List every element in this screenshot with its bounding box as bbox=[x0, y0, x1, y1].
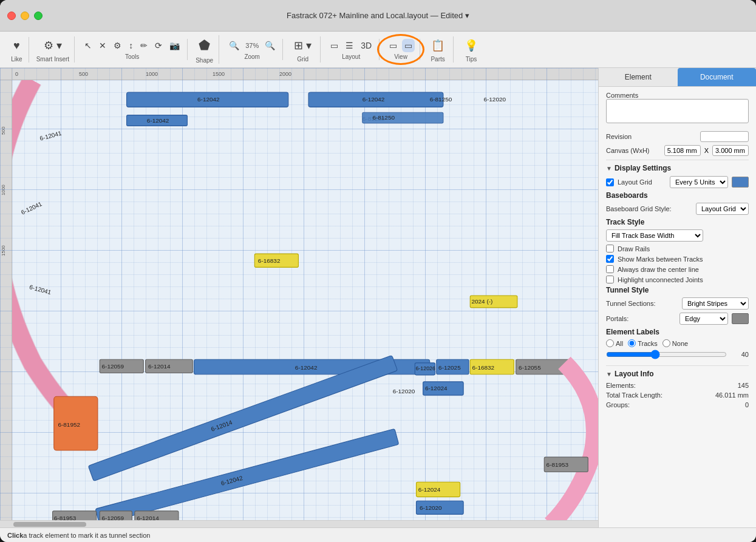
radio-tracks[interactable] bbox=[628, 339, 636, 347]
groups-row: Groups: 0 bbox=[606, 401, 749, 408]
canvas-w-input[interactable] bbox=[664, 145, 701, 156]
view-right-button[interactable]: ▭ bbox=[402, 39, 415, 52]
draw-rails-row: Draw Rails bbox=[606, 245, 749, 252]
view-label: View bbox=[394, 53, 407, 60]
layout-info-title: Layout Info bbox=[615, 370, 654, 378]
layout-3d-button[interactable]: 3D bbox=[358, 39, 374, 52]
shape-label: Shape bbox=[196, 57, 213, 64]
panel-content: Comments Revision Canvas (WxH) X bbox=[599, 87, 756, 527]
delete-tool-button[interactable]: ✕ bbox=[97, 39, 109, 52]
layout-grid-select[interactable]: Every 5 Units bbox=[670, 176, 728, 188]
scrollbar-horizontal[interactable] bbox=[0, 520, 598, 527]
select-tool-button[interactable]: ↖ bbox=[82, 39, 94, 52]
comments-textarea[interactable] bbox=[606, 99, 749, 123]
layout-h-button[interactable]: ☰ bbox=[343, 39, 356, 52]
show-marks-label: Show Marks between Tracks bbox=[618, 256, 703, 263]
font-size-value: 40 bbox=[730, 351, 749, 358]
portals-row: Portals: Edgy bbox=[606, 313, 749, 325]
shape-button[interactable]: ⬟ bbox=[195, 35, 214, 56]
tunnel-style-section-row: Tunnel Style bbox=[606, 286, 749, 294]
label-6-81250-m2: 6-81250 bbox=[372, 114, 395, 121]
display-settings-triangle[interactable]: ▼ bbox=[606, 165, 612, 172]
total-track-length-row: Total Track Length: 46.011 mm bbox=[606, 391, 749, 399]
grid-button[interactable]: ⊞ ▾ bbox=[290, 36, 315, 55]
connect-tool-button[interactable]: ⚙ bbox=[111, 39, 124, 52]
layout-rect-button[interactable]: ▭ bbox=[328, 39, 341, 52]
maximize-button[interactable] bbox=[34, 12, 43, 20]
highlight-unconnected-row: Highlight unconnected Joints bbox=[606, 276, 749, 283]
revision-input[interactable] bbox=[700, 131, 749, 142]
highlight-unconnected-checkbox[interactable] bbox=[606, 276, 614, 283]
label-6-12020-brt: 6-12020 bbox=[420, 504, 442, 511]
layout-info-triangle[interactable]: ▼ bbox=[606, 371, 612, 378]
draw-rails-checkbox[interactable] bbox=[606, 245, 614, 252]
label-2024-neg: 2024 (-) bbox=[471, 298, 492, 305]
canvas-h-input[interactable] bbox=[712, 145, 749, 156]
zoom-in-button[interactable]: 🔍 bbox=[262, 39, 278, 52]
label-6-81952: 6-81952 bbox=[58, 421, 80, 428]
parts-label: Parts bbox=[431, 56, 444, 63]
canvas-area[interactable]: 0 500 1000 1500 2000 500 1000 1500 6-120… bbox=[0, 68, 598, 527]
zoom-out-button[interactable]: 🔍 bbox=[226, 39, 242, 52]
toolbar-group-tools: ↖ ✕ ⚙ ↕ ✏ ⟳ 📷 Tools bbox=[77, 39, 188, 60]
total-track-length-value: 46.011 mm bbox=[715, 391, 749, 399]
statusbar: Click a track element to mark it as tunn… bbox=[0, 527, 756, 542]
portals-label: Portals: bbox=[606, 315, 676, 322]
tips-button[interactable]: 💡 bbox=[461, 36, 482, 55]
tab-document[interactable]: Document bbox=[678, 68, 757, 86]
baseboard-grid-style-row: Baseboard Grid Style: Layout Grid bbox=[606, 203, 749, 215]
track-pink-right-curve[interactable] bbox=[551, 363, 594, 524]
tunnel-sections-select[interactable]: Bright Stripes bbox=[682, 297, 749, 310]
toolbar-group-layout: ▭ ☰ 3D Layout bbox=[323, 39, 380, 60]
radio-none[interactable] bbox=[662, 339, 670, 347]
groups-label: Groups: bbox=[606, 401, 745, 408]
font-size-slider[interactable] bbox=[606, 350, 727, 359]
like-label: Like bbox=[11, 56, 22, 63]
baseboard-grid-style-select[interactable]: Layout Grid bbox=[696, 203, 749, 215]
like-button[interactable]: ♥ bbox=[10, 37, 24, 55]
layout-grid-label: Layout Grid bbox=[618, 178, 666, 186]
track-style-select[interactable]: Fill Track Base Width bbox=[606, 229, 703, 242]
view-left-button[interactable]: ▭ bbox=[387, 39, 400, 52]
portal-color-swatch[interactable] bbox=[732, 313, 749, 324]
traffic-lights bbox=[7, 12, 43, 20]
camera-tool-button[interactable]: 📷 bbox=[167, 39, 182, 52]
label-6-16832-top: 6-16832 bbox=[258, 257, 281, 264]
zoom-percent-display: 37% bbox=[244, 42, 260, 49]
element-labels-radio-row: All Tracks None bbox=[606, 339, 749, 347]
tunnel-sections-row: Tunnel Sections: Bright Stripes bbox=[606, 297, 749, 310]
layout-label: Layout bbox=[342, 53, 360, 60]
parts-button[interactable]: 📋 bbox=[427, 36, 448, 55]
tab-element[interactable]: Element bbox=[599, 68, 678, 86]
total-track-length-label: Total Track Length: bbox=[606, 391, 715, 399]
scrollbar-thumb[interactable] bbox=[13, 522, 86, 527]
close-button[interactable] bbox=[7, 12, 16, 20]
always-center-checkbox[interactable] bbox=[606, 265, 614, 273]
revision-label: Revision bbox=[606, 133, 696, 140]
toolbar-group-like: ♥ Like bbox=[5, 37, 29, 63]
track-label-r2: 6-12042 bbox=[147, 117, 169, 124]
radio-all[interactable] bbox=[606, 339, 614, 347]
layout-grid-checkbox[interactable] bbox=[606, 178, 614, 186]
titlebar: Fastrack 072+ Mainline and Local.layout … bbox=[0, 0, 756, 32]
section-display-settings: ▼ Display Settings Layout Grid Every 5 U… bbox=[606, 164, 749, 359]
measure-tool-button[interactable]: ↕ bbox=[126, 39, 135, 52]
layout-grid-color-swatch[interactable] bbox=[732, 177, 749, 188]
show-marks-checkbox[interactable] bbox=[606, 255, 614, 263]
tunnel-style-title: Tunnel Style bbox=[606, 286, 649, 294]
toolbar-group-shape: ⬟ Shape bbox=[190, 35, 219, 64]
smart-insert-button[interactable]: ⚙ ▾ bbox=[40, 36, 66, 55]
toolbar-group-grid: ⊞ ▾ Grid bbox=[285, 36, 321, 63]
elements-row: Elements: 145 bbox=[606, 382, 749, 389]
radio-all-option: All bbox=[606, 339, 623, 347]
flip-tool-button[interactable]: ⟳ bbox=[152, 39, 165, 52]
display-settings-title: Display Settings bbox=[615, 164, 671, 172]
minimize-button[interactable] bbox=[21, 12, 29, 20]
comments-label: Comments bbox=[606, 92, 749, 99]
portals-select[interactable]: Edgy bbox=[679, 313, 728, 325]
label-6-81250: 6-81250 bbox=[430, 96, 452, 103]
draw-tool-button[interactable]: ✏ bbox=[138, 39, 150, 52]
track-6-12042-bot[interactable] bbox=[95, 429, 399, 524]
divider-1 bbox=[606, 160, 749, 160]
track-style-section-row: Track Style bbox=[606, 218, 749, 226]
